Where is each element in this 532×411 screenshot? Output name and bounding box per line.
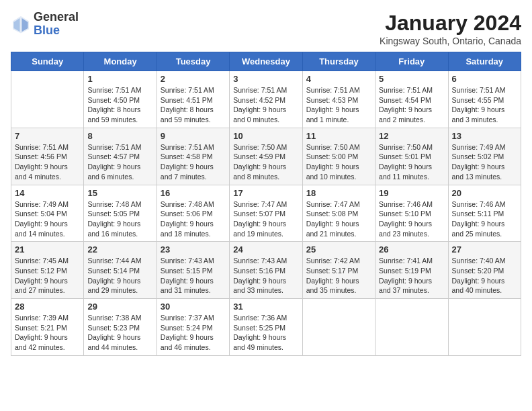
day-header-thursday: Thursday: [302, 52, 375, 71]
calendar-cell: 1Sunrise: 7:51 AM Sunset: 4:50 PM Daylig…: [84, 71, 157, 128]
cell-content: Sunrise: 7:40 AM Sunset: 5:20 PM Dayligh…: [452, 256, 517, 295]
day-number: 1: [87, 74, 152, 84]
calendar-cell: 23Sunrise: 7:43 AM Sunset: 5:15 PM Dayli…: [157, 242, 229, 299]
day-number: 19: [379, 188, 444, 198]
cell-content: Sunrise: 7:51 AM Sunset: 4:56 PM Dayligh…: [15, 142, 80, 182]
cell-content: Sunrise: 7:48 AM Sunset: 5:06 PM Dayligh…: [161, 199, 226, 239]
cell-content: Sunrise: 7:42 AM Sunset: 5:17 PM Dayligh…: [306, 256, 371, 295]
day-number: 22: [87, 244, 152, 255]
day-number: 12: [379, 131, 444, 141]
calendar-cell: 6Sunrise: 7:51 AM Sunset: 4:55 PM Daylig…: [448, 71, 521, 128]
cell-content: Sunrise: 7:36 AM Sunset: 5:25 PM Dayligh…: [233, 313, 298, 353]
cell-content: Sunrise: 7:50 AM Sunset: 5:00 PM Dayligh…: [306, 142, 371, 182]
day-number: 28: [15, 302, 80, 312]
cell-content: Sunrise: 7:51 AM Sunset: 4:53 PM Dayligh…: [306, 85, 371, 125]
calendar-cell: [448, 299, 521, 356]
day-header-wednesday: Wednesday: [230, 52, 302, 71]
cell-content: Sunrise: 7:39 AM Sunset: 5:21 PM Dayligh…: [15, 313, 80, 353]
header-row: SundayMondayTuesdayWednesdayThursdayFrid…: [11, 52, 521, 71]
calendar-table: SundayMondayTuesdayWednesdayThursdayFrid…: [11, 52, 521, 356]
calendar-cell: 17Sunrise: 7:47 AM Sunset: 5:07 PM Dayli…: [230, 185, 302, 242]
cell-content: Sunrise: 7:43 AM Sunset: 5:15 PM Dayligh…: [161, 256, 226, 295]
cell-content: Sunrise: 7:51 AM Sunset: 4:52 PM Dayligh…: [233, 85, 298, 125]
main-title: January 2024: [380, 11, 521, 36]
day-number: 7: [15, 131, 80, 141]
day-number: 30: [161, 302, 226, 312]
day-number: 2: [161, 74, 226, 84]
day-number: 9: [161, 131, 226, 141]
cell-content: Sunrise: 7:48 AM Sunset: 5:05 PM Dayligh…: [87, 199, 152, 239]
cell-content: Sunrise: 7:47 AM Sunset: 5:08 PM Dayligh…: [306, 199, 371, 239]
logo-text: General Blue: [34, 11, 79, 38]
cell-content: Sunrise: 7:46 AM Sunset: 5:10 PM Dayligh…: [379, 199, 444, 239]
calendar-cell: 16Sunrise: 7:48 AM Sunset: 5:06 PM Dayli…: [157, 185, 229, 242]
calendar-cell: 24Sunrise: 7:43 AM Sunset: 5:16 PM Dayli…: [230, 242, 302, 299]
day-number: 10: [233, 131, 298, 141]
calendar-cell: 31Sunrise: 7:36 AM Sunset: 5:25 PM Dayli…: [230, 299, 302, 356]
calendar-cell: [302, 299, 375, 356]
cell-content: Sunrise: 7:45 AM Sunset: 5:12 PM Dayligh…: [15, 256, 80, 295]
logo-icon: [11, 14, 31, 34]
calendar-cell: 7Sunrise: 7:51 AM Sunset: 4:56 PM Daylig…: [11, 128, 84, 185]
cell-content: Sunrise: 7:51 AM Sunset: 4:55 PM Dayligh…: [452, 85, 517, 125]
day-header-friday: Friday: [375, 52, 448, 71]
day-number: 14: [15, 188, 80, 198]
calendar-cell: 8Sunrise: 7:51 AM Sunset: 4:57 PM Daylig…: [84, 128, 157, 185]
cell-content: Sunrise: 7:37 AM Sunset: 5:24 PM Dayligh…: [161, 313, 226, 353]
day-number: 11: [306, 131, 371, 141]
cell-content: Sunrise: 7:51 AM Sunset: 4:51 PM Dayligh…: [161, 85, 226, 125]
calendar-cell: 9Sunrise: 7:51 AM Sunset: 4:58 PM Daylig…: [157, 128, 229, 185]
day-number: 20: [452, 188, 517, 198]
cell-content: Sunrise: 7:51 AM Sunset: 4:57 PM Dayligh…: [87, 142, 152, 182]
week-row-2: 7Sunrise: 7:51 AM Sunset: 4:56 PM Daylig…: [11, 128, 521, 185]
calendar-cell: 18Sunrise: 7:47 AM Sunset: 5:08 PM Dayli…: [302, 185, 375, 242]
day-header-monday: Monday: [84, 52, 157, 71]
calendar-cell: 19Sunrise: 7:46 AM Sunset: 5:10 PM Dayli…: [375, 185, 448, 242]
cell-content: Sunrise: 7:46 AM Sunset: 5:11 PM Dayligh…: [452, 199, 517, 239]
cell-content: Sunrise: 7:38 AM Sunset: 5:23 PM Dayligh…: [87, 313, 152, 353]
day-number: 26: [379, 244, 444, 255]
calendar-cell: 12Sunrise: 7:50 AM Sunset: 5:01 PM Dayli…: [375, 128, 448, 185]
cell-content: Sunrise: 7:44 AM Sunset: 5:14 PM Dayligh…: [87, 256, 152, 295]
calendar-cell: 11Sunrise: 7:50 AM Sunset: 5:00 PM Dayli…: [302, 128, 375, 185]
day-number: 5: [379, 74, 444, 84]
cell-content: Sunrise: 7:50 AM Sunset: 4:59 PM Dayligh…: [233, 142, 298, 182]
day-number: 18: [306, 188, 371, 198]
logo: General Blue: [11, 11, 79, 38]
calendar-cell: 10Sunrise: 7:50 AM Sunset: 4:59 PM Dayli…: [230, 128, 302, 185]
calendar-cell: 27Sunrise: 7:40 AM Sunset: 5:20 PM Dayli…: [448, 242, 521, 299]
calendar-cell: [375, 299, 448, 356]
cell-content: Sunrise: 7:49 AM Sunset: 5:04 PM Dayligh…: [15, 199, 80, 239]
calendar-cell: 15Sunrise: 7:48 AM Sunset: 5:05 PM Dayli…: [84, 185, 157, 242]
day-number: 3: [233, 74, 298, 84]
day-number: 31: [233, 302, 298, 312]
day-header-tuesday: Tuesday: [157, 52, 229, 71]
calendar-cell: 26Sunrise: 7:41 AM Sunset: 5:19 PM Dayli…: [375, 242, 448, 299]
calendar-cell: 5Sunrise: 7:51 AM Sunset: 4:54 PM Daylig…: [375, 71, 448, 128]
day-number: 21: [15, 244, 80, 255]
day-number: 16: [161, 188, 226, 198]
calendar-cell: 20Sunrise: 7:46 AM Sunset: 5:11 PM Dayli…: [448, 185, 521, 242]
cell-content: Sunrise: 7:51 AM Sunset: 4:50 PM Dayligh…: [87, 85, 152, 125]
day-number: 27: [452, 244, 517, 255]
logo-general: General: [34, 11, 79, 24]
calendar-cell: 28Sunrise: 7:39 AM Sunset: 5:21 PM Dayli…: [11, 299, 84, 356]
day-number: 4: [306, 74, 371, 84]
cell-content: Sunrise: 7:41 AM Sunset: 5:19 PM Dayligh…: [379, 256, 444, 295]
page-header: General Blue January 2024 Kingsway South…: [11, 11, 521, 46]
calendar-cell: 22Sunrise: 7:44 AM Sunset: 5:14 PM Dayli…: [84, 242, 157, 299]
day-header-sunday: Sunday: [11, 52, 84, 71]
day-number: 24: [233, 244, 298, 255]
day-number: 15: [87, 188, 152, 198]
cell-content: Sunrise: 7:49 AM Sunset: 5:02 PM Dayligh…: [452, 142, 517, 182]
calendar-cell: 29Sunrise: 7:38 AM Sunset: 5:23 PM Dayli…: [84, 299, 157, 356]
subtitle: Kingsway South, Ontario, Canada: [380, 36, 521, 46]
cell-content: Sunrise: 7:43 AM Sunset: 5:16 PM Dayligh…: [233, 256, 298, 295]
calendar-cell: 30Sunrise: 7:37 AM Sunset: 5:24 PM Dayli…: [157, 299, 229, 356]
day-number: 6: [452, 74, 517, 84]
week-row-3: 14Sunrise: 7:49 AM Sunset: 5:04 PM Dayli…: [11, 185, 521, 242]
cell-content: Sunrise: 7:47 AM Sunset: 5:07 PM Dayligh…: [233, 199, 298, 239]
title-block: January 2024 Kingsway South, Ontario, Ca…: [380, 11, 521, 46]
calendar-cell: 2Sunrise: 7:51 AM Sunset: 4:51 PM Daylig…: [157, 71, 229, 128]
day-number: 8: [87, 131, 152, 141]
